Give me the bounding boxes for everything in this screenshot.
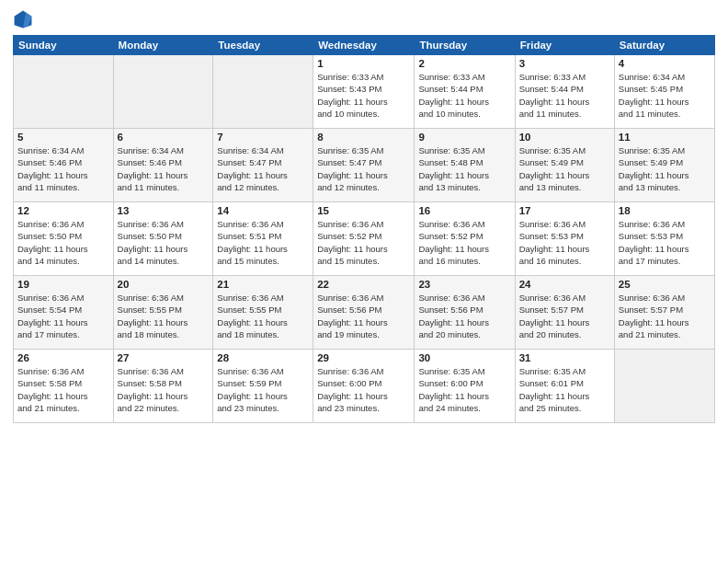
day-number: 31 <box>519 352 610 363</box>
calendar-cell: 5Sunrise: 6:34 AMSunset: 5:46 PMDaylight… <box>14 129 114 202</box>
calendar-table: SundayMondayTuesdayWednesdayThursdayFrid… <box>13 35 715 423</box>
day-info: Sunrise: 6:36 AMSunset: 5:57 PMDaylight:… <box>619 292 711 340</box>
day-info: Sunrise: 6:36 AMSunset: 5:52 PMDaylight:… <box>317 218 410 267</box>
calendar-cell: 28Sunrise: 6:36 AMSunset: 5:59 PMDayligh… <box>213 350 313 423</box>
day-number: 13 <box>118 205 210 216</box>
day-info: Sunrise: 6:36 AMSunset: 5:59 PMDaylight:… <box>217 365 309 414</box>
day-info: Sunrise: 6:33 AMSunset: 5:44 PMDaylight:… <box>519 71 610 120</box>
day-info: Sunrise: 6:35 AMSunset: 6:01 PMDaylight:… <box>519 365 610 414</box>
day-number: 25 <box>619 279 711 290</box>
day-info: Sunrise: 6:35 AMSunset: 5:49 PMDaylight:… <box>519 144 610 193</box>
day-number: 16 <box>418 205 510 216</box>
day-number: 14 <box>217 205 309 216</box>
day-number: 8 <box>317 132 410 143</box>
calendar-cell: 22Sunrise: 6:36 AMSunset: 5:56 PMDayligh… <box>313 276 415 350</box>
column-header-wednesday: Wednesday <box>313 36 415 55</box>
day-number: 18 <box>619 205 711 216</box>
day-info: Sunrise: 6:34 AMSunset: 5:47 PMDaylight:… <box>217 144 309 193</box>
calendar-cell: 13Sunrise: 6:36 AMSunset: 5:50 PMDayligh… <box>113 202 213 276</box>
calendar-cell: 29Sunrise: 6:36 AMSunset: 6:00 PMDayligh… <box>313 350 415 423</box>
calendar-week-row: 19Sunrise: 6:36 AMSunset: 5:54 PMDayligh… <box>14 276 715 350</box>
day-info: Sunrise: 6:36 AMSunset: 5:55 PMDaylight:… <box>217 292 309 340</box>
column-header-tuesday: Tuesday <box>213 36 313 55</box>
day-number: 15 <box>317 205 410 216</box>
column-header-friday: Friday <box>515 36 614 55</box>
calendar-cell <box>213 55 313 129</box>
calendar-cell: 19Sunrise: 6:36 AMSunset: 5:54 PMDayligh… <box>14 276 114 350</box>
day-number: 4 <box>619 58 711 69</box>
day-info: Sunrise: 6:34 AMSunset: 5:46 PMDaylight:… <box>17 144 109 193</box>
calendar-cell: 24Sunrise: 6:36 AMSunset: 5:57 PMDayligh… <box>515 276 614 350</box>
calendar-cell: 12Sunrise: 6:36 AMSunset: 5:50 PMDayligh… <box>14 202 114 276</box>
day-number: 1 <box>317 58 410 69</box>
logo-icon <box>13 9 33 29</box>
calendar-cell: 31Sunrise: 6:35 AMSunset: 6:01 PMDayligh… <box>515 350 614 423</box>
day-info: Sunrise: 6:35 AMSunset: 5:47 PMDaylight:… <box>317 144 410 193</box>
calendar-cell: 15Sunrise: 6:36 AMSunset: 5:52 PMDayligh… <box>313 202 415 276</box>
day-number: 22 <box>317 279 410 290</box>
column-header-sunday: Sunday <box>14 36 114 55</box>
day-number: 19 <box>17 279 109 290</box>
day-info: Sunrise: 6:35 AMSunset: 5:48 PMDaylight:… <box>418 144 510 193</box>
calendar-cell: 18Sunrise: 6:36 AMSunset: 5:53 PMDayligh… <box>614 202 714 276</box>
day-info: Sunrise: 6:36 AMSunset: 6:00 PMDaylight:… <box>317 365 410 414</box>
calendar-cell: 3Sunrise: 6:33 AMSunset: 5:44 PMDaylight… <box>515 55 614 129</box>
day-info: Sunrise: 6:36 AMSunset: 5:57 PMDaylight:… <box>519 292 610 340</box>
calendar-cell: 20Sunrise: 6:36 AMSunset: 5:55 PMDayligh… <box>113 276 213 350</box>
day-info: Sunrise: 6:36 AMSunset: 5:51 PMDaylight:… <box>217 218 309 267</box>
calendar-cell: 16Sunrise: 6:36 AMSunset: 5:52 PMDayligh… <box>415 202 515 276</box>
day-info: Sunrise: 6:36 AMSunset: 5:50 PMDaylight:… <box>17 218 109 267</box>
calendar-cell <box>14 55 114 129</box>
calendar-cell: 27Sunrise: 6:36 AMSunset: 5:58 PMDayligh… <box>113 350 213 423</box>
day-number: 6 <box>118 132 210 143</box>
day-info: Sunrise: 6:36 AMSunset: 5:56 PMDaylight:… <box>418 292 510 340</box>
day-info: Sunrise: 6:36 AMSunset: 5:53 PMDaylight:… <box>519 218 610 267</box>
calendar-cell: 1Sunrise: 6:33 AMSunset: 5:43 PMDaylight… <box>313 55 415 129</box>
day-info: Sunrise: 6:34 AMSunset: 5:46 PMDaylight:… <box>118 144 210 193</box>
day-info: Sunrise: 6:36 AMSunset: 5:58 PMDaylight:… <box>118 365 210 414</box>
calendar-cell: 6Sunrise: 6:34 AMSunset: 5:46 PMDaylight… <box>113 129 213 202</box>
calendar-cell: 23Sunrise: 6:36 AMSunset: 5:56 PMDayligh… <box>415 276 515 350</box>
day-number: 12 <box>17 205 109 216</box>
day-number: 21 <box>217 279 309 290</box>
calendar-cell: 8Sunrise: 6:35 AMSunset: 5:47 PMDaylight… <box>313 129 415 202</box>
day-info: Sunrise: 6:34 AMSunset: 5:45 PMDaylight:… <box>619 71 711 120</box>
day-number: 26 <box>17 352 109 363</box>
day-info: Sunrise: 6:35 AMSunset: 6:00 PMDaylight:… <box>418 365 510 414</box>
calendar-cell: 7Sunrise: 6:34 AMSunset: 5:47 PMDaylight… <box>213 129 313 202</box>
calendar-week-row: 5Sunrise: 6:34 AMSunset: 5:46 PMDaylight… <box>14 129 715 202</box>
day-info: Sunrise: 6:36 AMSunset: 5:52 PMDaylight:… <box>418 218 510 267</box>
page: SundayMondayTuesdayWednesdayThursdayFrid… <box>0 0 728 563</box>
day-number: 5 <box>17 132 109 143</box>
header <box>13 9 715 29</box>
day-info: Sunrise: 6:36 AMSunset: 5:55 PMDaylight:… <box>118 292 210 340</box>
day-info: Sunrise: 6:36 AMSunset: 5:56 PMDaylight:… <box>317 292 410 340</box>
day-info: Sunrise: 6:36 AMSunset: 5:50 PMDaylight:… <box>118 218 210 267</box>
day-info: Sunrise: 6:35 AMSunset: 5:49 PMDaylight:… <box>619 144 711 193</box>
calendar-cell: 26Sunrise: 6:36 AMSunset: 5:58 PMDayligh… <box>14 350 114 423</box>
day-info: Sunrise: 6:33 AMSunset: 5:44 PMDaylight:… <box>418 71 510 120</box>
day-info: Sunrise: 6:36 AMSunset: 5:53 PMDaylight:… <box>619 218 711 267</box>
day-number: 24 <box>519 279 610 290</box>
calendar-cell: 10Sunrise: 6:35 AMSunset: 5:49 PMDayligh… <box>515 129 614 202</box>
calendar-cell: 30Sunrise: 6:35 AMSunset: 6:00 PMDayligh… <box>415 350 515 423</box>
calendar-cell: 21Sunrise: 6:36 AMSunset: 5:55 PMDayligh… <box>213 276 313 350</box>
day-info: Sunrise: 6:36 AMSunset: 5:58 PMDaylight:… <box>17 365 109 414</box>
calendar-cell: 17Sunrise: 6:36 AMSunset: 5:53 PMDayligh… <box>515 202 614 276</box>
day-number: 27 <box>118 352 210 363</box>
day-number: 20 <box>118 279 210 290</box>
day-info: Sunrise: 6:36 AMSunset: 5:54 PMDaylight:… <box>17 292 109 340</box>
day-number: 11 <box>619 132 711 143</box>
calendar-cell: 2Sunrise: 6:33 AMSunset: 5:44 PMDaylight… <box>415 55 515 129</box>
day-number: 7 <box>217 132 309 143</box>
day-number: 28 <box>217 352 309 363</box>
calendar-week-row: 12Sunrise: 6:36 AMSunset: 5:50 PMDayligh… <box>14 202 715 276</box>
column-header-monday: Monday <box>113 36 213 55</box>
column-header-thursday: Thursday <box>415 36 515 55</box>
calendar-cell: 4Sunrise: 6:34 AMSunset: 5:45 PMDaylight… <box>614 55 714 129</box>
calendar-cell: 14Sunrise: 6:36 AMSunset: 5:51 PMDayligh… <box>213 202 313 276</box>
calendar-cell: 9Sunrise: 6:35 AMSunset: 5:48 PMDaylight… <box>415 129 515 202</box>
column-header-saturday: Saturday <box>614 36 714 55</box>
day-number: 3 <box>519 58 610 69</box>
calendar-cell <box>614 350 714 423</box>
